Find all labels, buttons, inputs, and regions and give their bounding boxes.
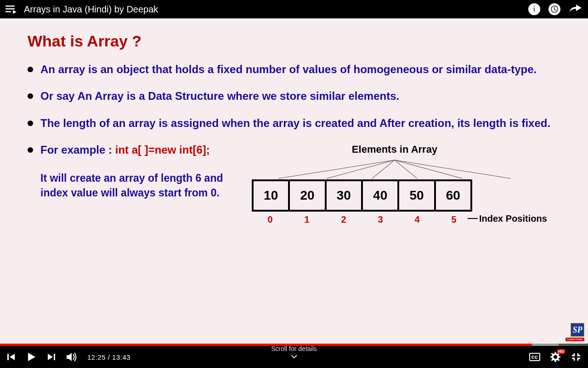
next-button[interactable] [47, 352, 56, 362]
svg-rect-2 [6, 11, 11, 12]
svg-rect-18 [555, 360, 556, 362]
index-value: 5 [435, 212, 472, 226]
playlist-icon[interactable] [6, 5, 17, 14]
diagram-arrows [266, 159, 524, 179]
array-cell: 60 [436, 181, 470, 210]
current-time: 12:25 [87, 353, 106, 361]
svg-rect-1 [6, 8, 15, 10]
info-icon[interactable]: i [528, 3, 540, 15]
subscribe-badge: SUBSCRIBE [565, 338, 584, 341]
index-value: 0 [252, 212, 288, 226]
index-row: 0 1 2 3 4 5 Index Positions [252, 212, 472, 226]
array-diagram: Elements in Array 10 20 [247, 143, 560, 226]
bullet-item: Or say An Array is a Data Structure wher… [28, 89, 560, 104]
svg-marker-13 [28, 353, 35, 361]
play-button[interactable] [26, 351, 37, 362]
example-code: int a[ ]=new int[6]; [115, 144, 210, 156]
svg-marker-14 [48, 354, 53, 360]
player-controls: 12:25 / 13:43 Scroll for details cc HD [0, 346, 588, 368]
bullet-item: An array is an object that holds a fixed… [28, 62, 560, 77]
diagram-title: Elements in Array [229, 143, 560, 156]
chevron-down-icon [291, 355, 297, 358]
bullet-item: The length of an array is assigned when … [28, 116, 560, 131]
sp-logo-icon: SP [571, 323, 584, 337]
svg-rect-17 [555, 352, 556, 354]
array-cell: 10 [254, 181, 290, 210]
index-label: Index Positions [479, 213, 547, 225]
svg-marker-3 [13, 10, 17, 14]
share-icon[interactable] [569, 3, 582, 16]
example-description: It will create an array of length 6 and … [40, 171, 233, 200]
svg-rect-20 [559, 356, 560, 358]
index-value: 2 [325, 212, 362, 226]
time-display: 12:25 / 13:43 [87, 353, 130, 361]
svg-marker-16 [67, 353, 72, 361]
array-cells: 10 20 30 40 50 60 [252, 179, 472, 212]
svg-rect-0 [6, 6, 15, 7]
bullet-list: An array is an object that holds a fixed… [28, 62, 560, 226]
exit-fullscreen-button[interactable] [571, 352, 582, 362]
watch-later-icon[interactable] [548, 3, 560, 15]
svg-line-8 [395, 160, 417, 178]
captions-button[interactable]: cc [529, 353, 540, 361]
channel-logo: SP SUBSCRIBE [565, 323, 584, 341]
previous-button[interactable] [6, 352, 16, 362]
svg-rect-19 [550, 356, 552, 358]
volume-button[interactable] [66, 352, 77, 362]
example-label: For example : [40, 144, 115, 156]
slide-heading: What is Array ? [28, 32, 560, 50]
svg-line-7 [372, 160, 395, 178]
index-value: 1 [288, 212, 325, 226]
slide-content: What is Array ? An array is an object th… [0, 18, 588, 344]
svg-rect-15 [54, 354, 55, 360]
array-cell: 40 [363, 181, 399, 210]
index-value: 4 [399, 212, 435, 226]
settings-button[interactable]: HD [550, 352, 560, 362]
array-cell: 20 [290, 181, 326, 210]
array-cell: 30 [327, 181, 363, 210]
index-pointer-line [468, 218, 478, 219]
duration: 13:43 [112, 353, 130, 361]
hd-badge: HD [557, 349, 565, 354]
svg-marker-12 [10, 354, 15, 360]
video-top-bar: Arrays in Java (Hindi) by Deepak i [0, 0, 588, 18]
video-title: Arrays in Java (Hindi) by Deepak [24, 4, 528, 15]
scroll-hint: Scroll for details [271, 345, 317, 360]
svg-rect-11 [7, 354, 9, 360]
bullet-example: For example : int a[ ]=new int[6]; It wi… [28, 143, 560, 226]
array-cell: 50 [399, 181, 435, 210]
index-value: 3 [362, 212, 399, 226]
